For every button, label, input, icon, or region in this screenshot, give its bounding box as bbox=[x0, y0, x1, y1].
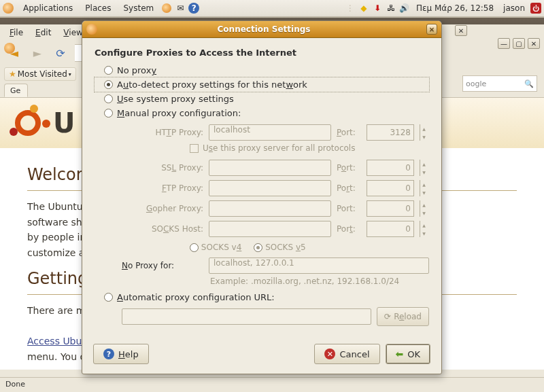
dialog-titlebar[interactable]: Connection Settings ✕ bbox=[82, 21, 441, 38]
gopher-proxy-input[interactable] bbox=[209, 200, 331, 217]
reload-icon: ⟳ bbox=[384, 312, 391, 321]
http-port-input[interactable]: 3128 bbox=[367, 124, 414, 141]
cancel-button[interactable]: ✕ Cancel bbox=[314, 344, 379, 364]
mail-launcher-icon[interactable]: ✉ bbox=[175, 3, 186, 14]
no-proxy-for-label: No Proxy for: bbox=[122, 261, 203, 270]
use-proxy-all-checkbox[interactable]: Use this proxy server for all protocols bbox=[95, 143, 429, 153]
spinner-buttons[interactable]: ▲▼ bbox=[420, 124, 428, 141]
search-icon[interactable]: 🔍 bbox=[524, 79, 534, 88]
socks-host-input[interactable] bbox=[209, 221, 331, 237]
spinner-buttons[interactable]: ▲▼ bbox=[420, 180, 428, 196]
menu-file[interactable]: File bbox=[4, 26, 29, 39]
socks-host-label: SOCKS Host: bbox=[122, 224, 203, 234]
no-proxy-for-input[interactable]: localhost, 127.0.0.1 bbox=[209, 257, 429, 274]
user-menu[interactable]: jason bbox=[499, 2, 529, 14]
socks-v4-radio[interactable]: SOCKS v4 bbox=[190, 243, 241, 252]
close-button[interactable]: ✕ bbox=[528, 38, 540, 49]
radio-icon bbox=[104, 293, 113, 302]
star-icon: ★ bbox=[9, 69, 16, 79]
socks-port-label: Port: bbox=[337, 224, 361, 234]
help-launcher-icon[interactable]: ? bbox=[188, 3, 199, 14]
radio-system-label: Use system proxy settings bbox=[117, 94, 234, 104]
search-box[interactable]: oogle 🔍 bbox=[462, 75, 537, 92]
ubuntu-logo-icon bbox=[10, 105, 46, 141]
most-visited-button[interactable]: ★ Most Visited ▾ bbox=[4, 67, 76, 81]
ftp-port-input[interactable]: 0 bbox=[367, 180, 414, 196]
ok-button[interactable]: ⬅ OK bbox=[386, 344, 431, 364]
most-visited-label: Most Visited bbox=[18, 69, 67, 79]
http-port-label: Port: bbox=[337, 128, 361, 137]
ftp-port-label: Port: bbox=[337, 183, 361, 193]
ftp-proxy-input[interactable] bbox=[209, 180, 331, 196]
distro-logo-icon bbox=[3, 3, 14, 14]
radio-icon bbox=[104, 66, 113, 75]
radio-autourl[interactable]: Automatic proxy configuration URL: bbox=[95, 290, 429, 304]
shutdown-button[interactable]: ⏻ bbox=[530, 3, 541, 14]
radio-manual-label: Manual proxy configuration: bbox=[117, 108, 241, 118]
ssl-proxy-input[interactable] bbox=[209, 160, 331, 176]
reload-label: Reload bbox=[394, 312, 422, 321]
radio-manual[interactable]: Manual proxy configuration: bbox=[95, 106, 429, 120]
radio-no-proxy-label: No proxy bbox=[117, 65, 156, 75]
ssl-port-label: Port: bbox=[337, 163, 361, 173]
connection-settings-dialog: Connection Settings ✕ Configure Proxies … bbox=[82, 20, 442, 374]
radio-autodetect[interactable]: Auto-detect proxy settings for this netw… bbox=[95, 77, 429, 92]
menu-edit[interactable]: Edit bbox=[30, 26, 56, 39]
http-proxy-label: HTTP Proxy: bbox=[122, 128, 203, 137]
ok-icon: ⬅ bbox=[396, 349, 404, 359]
spinner-buttons[interactable]: ▲▼ bbox=[420, 200, 428, 217]
socks-v5-radio[interactable]: SOCKS v5 bbox=[254, 243, 305, 252]
minimize-button[interactable]: — bbox=[498, 38, 510, 49]
reload-button[interactable]: ⟳ Reload bbox=[377, 307, 429, 326]
no-proxy-example: Example: .mozilla.org, .net.nz, 192.168.… bbox=[95, 277, 429, 286]
maximize-button[interactable]: ▢ bbox=[513, 38, 525, 49]
tray-warning-icon[interactable]: ◆ bbox=[358, 3, 369, 14]
help-label: Help bbox=[118, 349, 139, 359]
dialog-close-button[interactable]: ✕ bbox=[426, 24, 437, 35]
checkbox-icon bbox=[190, 144, 199, 153]
preferences-close-button[interactable]: ✕ bbox=[455, 25, 467, 36]
gopher-port-label: Port: bbox=[337, 204, 361, 213]
ssl-port-input[interactable]: 0 bbox=[367, 160, 414, 176]
cancel-label: Cancel bbox=[339, 349, 369, 359]
gopher-proxy-label: Gopher Proxy: bbox=[122, 204, 203, 213]
ftp-proxy-label: FTP Proxy: bbox=[122, 183, 203, 193]
radio-autourl-label: Automatic proxy configuration URL: bbox=[117, 292, 275, 302]
network-icon[interactable]: 🖧 bbox=[386, 3, 396, 14]
volume-icon[interactable]: 🔊 bbox=[399, 3, 410, 14]
dialog-heading: Configure Proxies to Access the Internet bbox=[95, 48, 429, 58]
gopher-port-input[interactable]: 0 bbox=[367, 200, 414, 217]
cancel-icon: ✕ bbox=[324, 349, 335, 359]
update-notifier-icon[interactable]: ⬇ bbox=[372, 3, 383, 14]
spinner-buttons[interactable]: ▲▼ bbox=[420, 160, 428, 176]
tray-separator-icon: ⋮ bbox=[345, 3, 356, 14]
menu-system[interactable]: System bbox=[118, 2, 159, 14]
radio-no-proxy[interactable]: No proxy bbox=[95, 63, 429, 77]
help-button[interactable]: ? Help bbox=[93, 344, 149, 364]
autourl-input[interactable] bbox=[122, 308, 371, 325]
firefox-launcher-icon[interactable] bbox=[161, 3, 172, 14]
gnome-top-panel: Applications Places System ✉ ? ⋮ ◆ ⬇ 🖧 🔊… bbox=[0, 0, 544, 17]
clock[interactable]: Πεμ Μάρ 26, 12:58 bbox=[412, 2, 498, 14]
ssl-proxy-label: SSL Proxy: bbox=[122, 163, 203, 173]
search-placeholder: oogle bbox=[466, 79, 486, 88]
reload-button-toolbar[interactable]: ⟳ bbox=[52, 44, 69, 62]
status-bar: Done bbox=[0, 377, 544, 392]
access-link[interactable]: Access Ubu bbox=[27, 336, 82, 346]
spinner-buttons[interactable]: ▲▼ bbox=[420, 221, 428, 237]
menu-applications[interactable]: Applications bbox=[18, 2, 78, 14]
http-proxy-input[interactable]: localhost bbox=[209, 124, 331, 141]
page-logo-text: U bbox=[53, 107, 75, 139]
forward-button[interactable]: ► bbox=[29, 44, 46, 62]
radio-autodetect-label: Auto-detect proxy settings for this netw… bbox=[117, 79, 307, 90]
ok-label: OK bbox=[407, 349, 420, 359]
radio-icon bbox=[104, 80, 113, 89]
socks-port-input[interactable]: 0 bbox=[367, 221, 414, 237]
menu-places[interactable]: Places bbox=[80, 2, 116, 14]
browser-tab[interactable]: Ge bbox=[4, 84, 28, 97]
use-proxy-all-label: Use this proxy server for all protocols bbox=[203, 143, 355, 153]
radio-system[interactable]: Use system proxy settings bbox=[95, 92, 429, 106]
radio-icon bbox=[104, 109, 113, 118]
firefox-tab-icon bbox=[4, 43, 15, 54]
firefox-icon bbox=[86, 24, 97, 35]
